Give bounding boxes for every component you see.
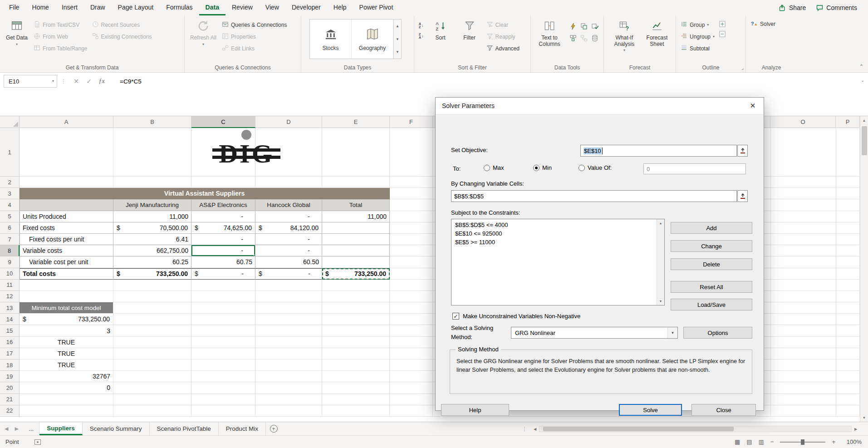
row-header-9[interactable]: 9 bbox=[0, 256, 20, 268]
ribbon-tab-view[interactable]: View bbox=[259, 0, 285, 15]
row-header-2[interactable]: 2 bbox=[0, 177, 20, 188]
cell-A7[interactable]: Fixed costs per unit bbox=[20, 234, 113, 245]
cell[interactable] bbox=[390, 128, 433, 177]
cell-B4-supplier[interactable]: Jenji Manufacturing bbox=[113, 199, 191, 211]
refresh-all-button[interactable]: Refresh All ▾ bbox=[189, 18, 217, 48]
vertical-scrollbar[interactable]: ▲ ▼ bbox=[860, 116, 868, 422]
cell[interactable] bbox=[322, 302, 390, 314]
cell[interactable] bbox=[322, 394, 390, 405]
forecast-sheet-button[interactable]: Forecast Sheet bbox=[642, 18, 672, 49]
zoom-slider[interactable] bbox=[780, 442, 825, 443]
cell[interactable] bbox=[390, 359, 433, 371]
column-header-O[interactable]: O bbox=[770, 116, 836, 128]
column-header-F[interactable]: F bbox=[390, 116, 433, 128]
cell[interactable] bbox=[191, 291, 255, 302]
scroll-up-icon[interactable]: ▲ bbox=[860, 116, 868, 124]
cell[interactable] bbox=[113, 337, 191, 348]
row-header-1[interactable]: 1 bbox=[0, 128, 20, 177]
cell-C4-supplier[interactable]: AS&P Electronics bbox=[191, 199, 255, 211]
close-button[interactable]: Close bbox=[691, 404, 756, 416]
change-button[interactable]: Change bbox=[671, 240, 752, 252]
cell[interactable] bbox=[20, 280, 113, 291]
advanced-filter-button[interactable]: Advanced bbox=[486, 44, 520, 54]
cell-A14-model-total[interactable]: $733,250.00 bbox=[20, 314, 113, 325]
zoom-out-icon[interactable]: − bbox=[770, 438, 774, 445]
existing-connections-button[interactable]: Existing Connections bbox=[92, 32, 152, 42]
ribbon-tab-home[interactable]: Home bbox=[26, 0, 55, 15]
insert-function-icon[interactable]: ƒx bbox=[95, 78, 108, 85]
cell-A4[interactable] bbox=[20, 199, 113, 211]
from-web-button[interactable]: From Web bbox=[34, 32, 88, 42]
sort-button[interactable]: AZ Sort bbox=[428, 18, 453, 43]
row-header-5[interactable]: 5 bbox=[0, 211, 20, 222]
cell-A16[interactable]: TRUE bbox=[20, 337, 113, 348]
queries-connections-button[interactable]: Queries & Connections bbox=[222, 20, 287, 30]
text-to-columns-button[interactable]: Text to Columns bbox=[535, 18, 564, 49]
help-button[interactable]: Help bbox=[441, 404, 509, 416]
cell[interactable] bbox=[255, 325, 322, 336]
cell-B9[interactable]: 60.25 bbox=[113, 256, 191, 268]
cell[interactable] bbox=[390, 394, 433, 405]
gallery-scrollbar[interactable]: ▲ ▼ ▼ bbox=[393, 20, 401, 59]
cell[interactable] bbox=[191, 177, 255, 188]
zoom-level[interactable]: 100% bbox=[842, 438, 862, 445]
constraint-item[interactable]: $B$5:$D$5 <= 4000 bbox=[451, 221, 657, 229]
cell[interactable] bbox=[191, 382, 255, 394]
cell-C6[interactable]: $74,625.00 bbox=[191, 222, 255, 234]
cell[interactable] bbox=[191, 348, 255, 359]
row-header-13[interactable]: 13 bbox=[0, 302, 20, 314]
ribbon-tab-data[interactable]: Data bbox=[199, 0, 226, 15]
clear-filter-button[interactable]: Clear bbox=[486, 20, 520, 30]
cell-A3-table-title[interactable]: Virtual Assistant Suppliers bbox=[20, 188, 390, 199]
page-layout-view-icon[interactable]: ▤ bbox=[746, 438, 752, 445]
cell[interactable] bbox=[113, 291, 191, 302]
cell[interactable] bbox=[191, 405, 255, 417]
cell-D4-supplier[interactable]: Hancock Global bbox=[255, 199, 322, 211]
cell[interactable] bbox=[390, 314, 433, 325]
cell-A17[interactable]: TRUE bbox=[20, 348, 113, 359]
cell[interactable] bbox=[191, 314, 255, 325]
collapse-ribbon-icon[interactable]: ⌃ bbox=[859, 64, 863, 69]
value-of-input[interactable]: 0 bbox=[643, 163, 746, 174]
geography-data-type[interactable]: Geography bbox=[352, 20, 393, 59]
cell-E10-objective[interactable]: $733,250.00 bbox=[322, 268, 390, 280]
column-header-P[interactable]: P bbox=[836, 116, 860, 128]
cell-D6[interactable]: $84,120.00 bbox=[255, 222, 322, 234]
cell-C7[interactable]: - bbox=[191, 234, 255, 245]
min-radio[interactable]: Min bbox=[533, 164, 552, 171]
cell[interactable] bbox=[20, 177, 113, 188]
row-header-16[interactable]: 16 bbox=[0, 337, 20, 348]
cell[interactable] bbox=[113, 177, 191, 188]
cell-A9[interactable]: Variable cost per unit bbox=[20, 256, 113, 268]
ribbon-tab-review[interactable]: Review bbox=[226, 0, 259, 15]
constraint-item[interactable]: $E$10 <= 925000 bbox=[451, 229, 657, 238]
column-header-C[interactable]: C bbox=[191, 116, 255, 128]
cell-D5[interactable]: - bbox=[255, 211, 322, 222]
objective-range-picker-button[interactable] bbox=[737, 145, 748, 157]
normal-view-icon[interactable]: ▦ bbox=[735, 438, 740, 445]
cell[interactable] bbox=[390, 371, 433, 382]
cell-B10[interactable]: $733,250.00 bbox=[113, 268, 191, 280]
cell[interactable] bbox=[255, 359, 322, 371]
constraint-item[interactable]: $E$5 >= 11000 bbox=[451, 238, 657, 246]
cell-E6[interactable] bbox=[322, 222, 390, 234]
remove-duplicates-icon[interactable] bbox=[579, 21, 589, 32]
reapply-filter-button[interactable]: Reapply bbox=[486, 32, 520, 42]
ribbon-tab-help[interactable]: Help bbox=[327, 0, 353, 15]
share-button[interactable]: Share bbox=[779, 4, 806, 12]
cell[interactable] bbox=[322, 291, 390, 302]
non-negative-checkbox[interactable]: ✓ Make Unconstrained Variables Non-Negat… bbox=[452, 313, 580, 320]
cell[interactable] bbox=[322, 280, 390, 291]
solving-method-select[interactable]: GRG Nonlinear ▼ bbox=[511, 327, 678, 339]
cell[interactable] bbox=[322, 337, 390, 348]
cell[interactable] bbox=[255, 314, 322, 325]
value-of-radio[interactable]: Value Of: bbox=[579, 164, 612, 171]
cell[interactable] bbox=[191, 280, 255, 291]
row-header-21[interactable]: 21 bbox=[0, 394, 20, 405]
ribbon-tab-draw[interactable]: Draw bbox=[84, 0, 112, 15]
page-break-view-icon[interactable]: ▥ bbox=[759, 438, 764, 445]
column-header-E[interactable]: E bbox=[322, 116, 390, 128]
row-header-17[interactable]: 17 bbox=[0, 348, 20, 359]
variable-cells-input[interactable]: $B$5:$D$5 bbox=[451, 190, 737, 202]
cell[interactable] bbox=[255, 291, 322, 302]
